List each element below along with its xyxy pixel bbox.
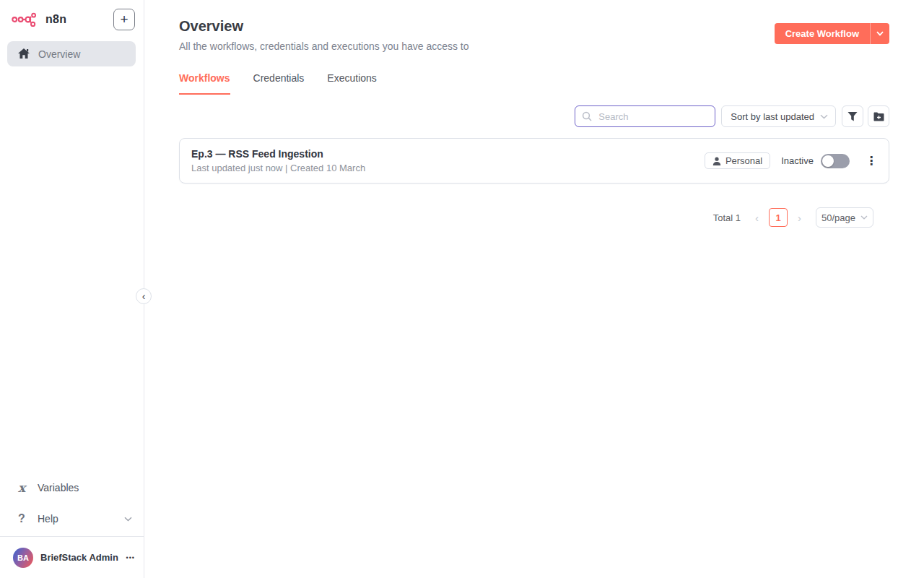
create-workflow-caret-button[interactable] (870, 23, 889, 44)
variables-icon: x (18, 480, 31, 495)
workflow-card[interactable]: Ep.3 — RSS Feed Ingestion Last updated j… (179, 138, 889, 184)
pagination-bar: Total 1 ‹ 1 › 50/page (179, 207, 873, 228)
add-workflow-button[interactable]: + (113, 9, 135, 30)
sidebar: n8n + Overview x Variables ? (0, 0, 144, 578)
owner-badge: Personal (705, 152, 770, 169)
collapse-sidebar-button[interactable]: ‹ (136, 288, 152, 304)
page-size-label: 50/page (821, 212, 855, 223)
sidebar-item-overview[interactable]: Overview (7, 41, 136, 66)
status-toggle[interactable] (821, 154, 850, 168)
sidebar-item-label: Overview (38, 48, 80, 60)
app-window: n8n + Overview x Variables ? (0, 0, 924, 578)
new-folder-button[interactable] (868, 105, 889, 127)
folder-plus-icon (873, 112, 884, 121)
pagination-total: Total 1 (713, 212, 741, 223)
person-icon (712, 157, 721, 165)
page-size-select[interactable]: 50/page (816, 207, 873, 228)
create-workflow-button[interactable]: Create Workflow (775, 23, 870, 44)
main-content: Overview All the workflows, credentials … (144, 0, 924, 578)
next-page-button[interactable]: › (798, 212, 801, 224)
prev-page-button[interactable]: ‹ (755, 212, 759, 224)
sidebar-footer: x Variables ? Help BA BriefStack Admin •… (0, 474, 144, 578)
toolbar: Sort by last updated (179, 105, 889, 127)
variables-label: Variables (38, 482, 132, 493)
owner-badge-label: Personal (725, 155, 762, 166)
workflow-meta: Last updated just now | Created 10 March (191, 163, 365, 173)
avatar: BA (13, 548, 33, 568)
brand-name: n8n (45, 13, 66, 26)
chevron-down-icon (876, 31, 884, 36)
home-icon (18, 48, 30, 59)
user-menu[interactable]: BA BriefStack Admin ••• (0, 536, 144, 578)
sort-dropdown[interactable]: Sort by last updated (721, 105, 836, 127)
user-name: BriefStack Admin (40, 552, 126, 563)
question-icon: ? (18, 512, 31, 525)
sidebar-nav: Overview (0, 30, 144, 66)
sort-dropdown-label: Sort by last updated (731, 111, 814, 122)
n8n-logo: n8n (12, 11, 66, 28)
chevron-down-icon (860, 215, 868, 220)
search-icon (582, 111, 592, 121)
n8n-logo-icon (12, 11, 39, 28)
toggle-knob (822, 155, 834, 167)
sidebar-item-variables[interactable]: x Variables (0, 474, 144, 501)
tab-bar: Workflows Credentials Executions (179, 72, 889, 95)
filter-funnel-icon (847, 112, 858, 121)
workflow-title: Ep.3 — RSS Feed Ingestion (191, 148, 365, 160)
chevron-down-icon (124, 517, 132, 522)
sidebar-item-help[interactable]: ? Help (0, 505, 144, 532)
page-subtitle: All the workflows, credentials and execu… (179, 40, 469, 52)
chevron-left-icon: ‹ (142, 290, 146, 302)
create-workflow-split-button: Create Workflow (775, 23, 889, 44)
filter-button[interactable] (842, 105, 863, 127)
tab-workflows[interactable]: Workflows (179, 72, 230, 95)
help-label: Help (38, 513, 124, 525)
page-number-button[interactable]: 1 (769, 208, 788, 227)
user-more-icon[interactable]: ••• (126, 554, 135, 561)
search-input[interactable] (575, 105, 715, 127)
chevron-down-icon (820, 114, 828, 119)
tab-credentials[interactable]: Credentials (253, 72, 305, 95)
page-title: Overview (179, 18, 469, 35)
tab-executions[interactable]: Executions (327, 72, 376, 95)
status-label: Inactive (781, 155, 814, 166)
card-menu-button[interactable]: ⋮ (866, 155, 877, 167)
